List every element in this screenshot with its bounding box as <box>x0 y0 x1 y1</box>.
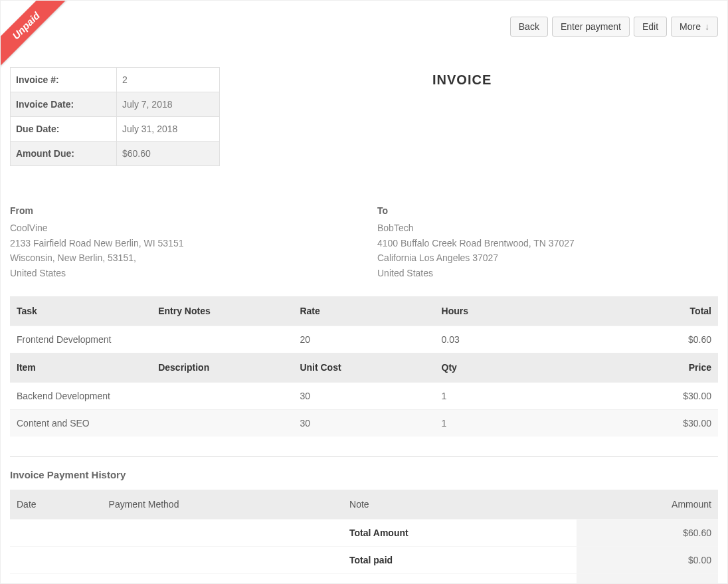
divider <box>10 456 718 457</box>
from-name: CoolVine <box>10 221 351 235</box>
edit-button[interactable]: Edit <box>634 17 667 37</box>
from-line2: Wisconsin, New Berlin, 53151, <box>10 250 351 265</box>
item-unit: 30 <box>293 382 434 409</box>
task-rate: 20 <box>293 326 434 353</box>
chevron-down-icon: ↓ <box>705 21 709 32</box>
items-col-unit: Unit Cost <box>293 353 434 383</box>
task-notes <box>151 326 293 353</box>
info-label-due: Due Date: <box>11 117 117 142</box>
more-button[interactable]: More↓ <box>671 17 718 37</box>
tasks-col-total: Total <box>577 296 718 326</box>
history-col-note: Note <box>343 490 577 520</box>
info-label-amount-due: Amount Due: <box>11 142 117 166</box>
history-col-method: Payment Method <box>102 490 343 520</box>
info-value-number: 2 <box>117 68 220 92</box>
items-col-desc: Description <box>151 353 293 383</box>
to-block: To BobTech 4100 Buffalo Creek Road Brent… <box>377 203 718 280</box>
tasks-col-rate: Rate <box>293 296 434 326</box>
item-unit: 30 <box>293 409 434 437</box>
summary-due-value: $60.60 <box>577 573 718 584</box>
payment-history-table: Date Payment Method Note Ammount Total A… <box>10 490 718 584</box>
task-total: $0.60 <box>577 326 718 353</box>
table-row: Backend Development 30 1 $30.00 <box>10 382 718 409</box>
more-button-label: More <box>680 21 701 32</box>
to-line1: 4100 Buffalo Creek Road Brentwood, TN 37… <box>377 236 718 250</box>
summary-total-value: $60.60 <box>577 519 718 546</box>
to-name: BobTech <box>377 221 718 235</box>
invoice-info-table: Invoice #: 2 Invoice Date: July 7, 2018 … <box>10 67 220 166</box>
tasks-col-task: Task <box>10 296 151 326</box>
items-table: Item Description Unit Cost Qty Price Bac… <box>10 353 718 437</box>
summary-paid-value: $0.00 <box>577 546 718 573</box>
item-name: Backend Development <box>10 382 151 409</box>
enter-payment-button[interactable]: Enter payment <box>552 17 630 37</box>
page-title: INVOICE <box>233 67 718 88</box>
item-qty: 1 <box>435 409 577 437</box>
history-col-date: Date <box>10 490 102 520</box>
items-col-price: Price <box>577 353 718 383</box>
info-value-due: July 31, 2018 <box>117 117 220 142</box>
item-desc <box>151 409 293 437</box>
summary-paid-label: Total paid <box>343 546 577 573</box>
tasks-table: Task Entry Notes Rate Hours Total Fronte… <box>10 296 718 353</box>
action-toolbar: Back Enter payment Edit More↓ <box>510 17 718 37</box>
from-line1: 2133 Fairfield Road New Berlin, WI 53151 <box>10 236 351 250</box>
task-hours: 0.03 <box>435 326 577 353</box>
history-col-amount: Ammount <box>577 490 718 520</box>
to-label: To <box>377 203 718 218</box>
item-qty: 1 <box>435 382 577 409</box>
tasks-col-hours: Hours <box>435 296 577 326</box>
item-name: Content and SEO <box>10 409 151 437</box>
summary-row-total: Total Amount $60.60 <box>10 519 718 546</box>
items-col-item: Item <box>10 353 151 383</box>
items-col-qty: Qty <box>435 353 577 383</box>
payment-history-title: Invoice Payment History <box>10 469 718 480</box>
table-row: Content and SEO 30 1 $30.00 <box>10 409 718 437</box>
table-row: Frontend Development 20 0.03 $0.60 <box>10 326 718 353</box>
task-name: Frontend Development <box>10 326 151 353</box>
from-line3: United States <box>10 266 351 280</box>
item-price: $30.00 <box>577 382 718 409</box>
summary-row-paid: Total paid $0.00 <box>10 546 718 573</box>
tasks-col-notes: Entry Notes <box>151 296 293 326</box>
item-desc <box>151 382 293 409</box>
back-button[interactable]: Back <box>510 17 548 37</box>
summary-row-due: Due $60.60 <box>10 573 718 584</box>
info-label-number: Invoice #: <box>11 68 117 92</box>
to-line3: United States <box>377 266 718 280</box>
info-value-amount-due: $60.60 <box>117 142 220 166</box>
info-label-date: Invoice Date: <box>11 92 117 117</box>
from-block: From CoolVine 2133 Fairfield Road New Be… <box>10 203 351 280</box>
from-label: From <box>10 203 351 218</box>
to-line2: California Los Angeles 37027 <box>377 250 718 265</box>
summary-due-label: Due <box>343 573 577 584</box>
item-price: $30.00 <box>577 409 718 437</box>
info-value-date: July 7, 2018 <box>117 92 220 117</box>
summary-total-label: Total Amount <box>343 519 577 546</box>
